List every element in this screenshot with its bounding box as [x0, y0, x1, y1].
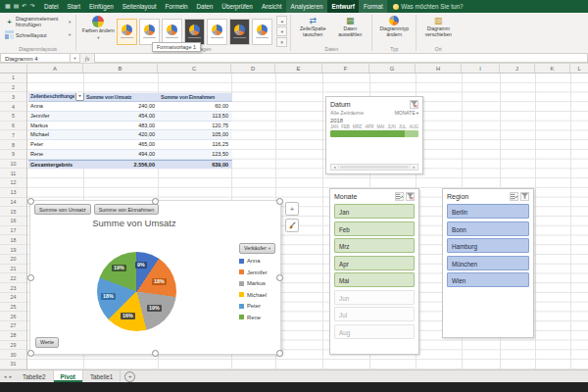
slicer-monate[interactable]: Monate Jan Feb Mrz Apr Mai Jun Jul Aug	[329, 188, 419, 355]
pivot-chart[interactable]: Summe von Umsatz Summe von Einnahmen Sum…	[29, 200, 281, 355]
timeline-month[interactable]: AUG	[410, 124, 418, 129]
clear-filter-icon[interactable]	[410, 100, 418, 109]
legend-item[interactable]: Peter	[239, 303, 280, 309]
col-header-L[interactable]: L	[570, 64, 588, 73]
row-header[interactable]: 26	[0, 312, 26, 321]
row-header[interactable]: 4	[0, 102, 26, 112]
col-header-G[interactable]: G	[369, 64, 416, 73]
row-header[interactable]: 8	[0, 140, 26, 150]
legend-item[interactable]: Rene	[239, 315, 280, 320]
col-header-B[interactable]: B	[83, 64, 158, 73]
col-header-K[interactable]: K	[535, 64, 570, 73]
ribbon-tab-start[interactable]: Start	[63, 0, 84, 13]
ribbon-tab-analysieren[interactable]: Analysieren	[286, 0, 327, 13]
pivot-cell[interactable]: Rene	[28, 150, 84, 159]
chart-elements-plus-icon[interactable]: +	[285, 202, 299, 216]
timeline-month[interactable]: JAN	[330, 124, 338, 129]
pivot-cell[interactable]: 116,25	[159, 140, 232, 149]
pivot-cell[interactable]: 105,00	[159, 130, 232, 139]
clear-filter-icon[interactable]	[520, 192, 529, 201]
timeline-month[interactable]: MAI	[376, 124, 384, 129]
ribbon-tab-einfuegen[interactable]: Einfügen	[84, 0, 118, 13]
multi-select-icon[interactable]	[510, 192, 518, 201]
undo-icon[interactable]: ↶	[22, 0, 26, 13]
legend-item[interactable]: Markus	[239, 280, 280, 286]
sheet-nav-right-icon[interactable]: ▸	[10, 373, 13, 379]
swap-row-column-button[interactable]: ⇄ Zeile/Spalte tauschen	[294, 15, 331, 38]
row-header[interactable]: 9	[0, 150, 26, 160]
name-box-dropdown-icon[interactable]: ▾	[71, 53, 80, 63]
clear-filter-icon[interactable]	[406, 192, 415, 201]
gallery-up-icon[interactable]: ▴	[276, 16, 287, 25]
fx-icon[interactable]: fx	[80, 53, 94, 63]
timeline-month[interactable]: FEB	[341, 124, 349, 129]
scroll-right-icon[interactable]: ▸	[410, 165, 417, 170]
row-header[interactable]: 27	[0, 321, 26, 331]
selection-handle[interactable]	[276, 274, 283, 281]
quick-layout-button[interactable]: Schnelllayout ▾	[3, 29, 73, 40]
chart-style-7[interactable]	[252, 19, 272, 45]
timeline-month[interactable]: MRZ	[353, 124, 362, 129]
slicer-item-muenchen[interactable]: München	[447, 256, 529, 270]
select-all-corner[interactable]	[0, 64, 27, 73]
col-header-H[interactable]: H	[416, 64, 462, 73]
row-header[interactable]: 5	[0, 112, 26, 122]
selection-handle[interactable]	[276, 198, 283, 205]
col-header-D[interactable]: D	[231, 64, 275, 73]
chart-style-6[interactable]	[229, 19, 250, 45]
legend-item[interactable]: Anna	[239, 258, 280, 264]
change-colors-button[interactable]: Farben ändern ▾	[79, 15, 117, 41]
add-chart-element-button[interactable]: + Diagrammelement hinzufügen ▾	[3, 15, 73, 28]
add-sheet-icon[interactable]: +	[124, 371, 135, 382]
selection-handle[interactable]	[27, 350, 34, 357]
row-header[interactable]: 15	[0, 207, 26, 217]
row-header[interactable]: 16	[0, 217, 26, 226]
pivot-cell[interactable]: 113,50	[159, 112, 232, 121]
ribbon-tab-format[interactable]: Format	[359, 0, 387, 13]
row-header[interactable]: 7	[0, 130, 26, 140]
row-header[interactable]: 6	[0, 122, 26, 131]
slicer-region[interactable]: Region Berlin Bonn Hamburg München Wien	[442, 188, 534, 338]
ribbon-tab-ansicht[interactable]: Ansicht	[257, 0, 286, 13]
pivot-cell[interactable]: 240,00	[84, 102, 159, 111]
pivot-cell[interactable]: 120,75	[159, 122, 232, 130]
ribbon-tab-entwurf[interactable]: Entwurf	[327, 0, 359, 13]
slicer-item-jan[interactable]: Jan	[334, 204, 415, 219]
pivot-cell[interactable]: 123,50	[159, 150, 232, 159]
formula-input[interactable]	[94, 53, 588, 63]
pivot-cell-total-umsatz[interactable]: 2.556,00	[84, 161, 159, 170]
change-chart-type-button[interactable]: Diagrammtyp ändern	[375, 15, 413, 38]
save-icon[interactable]: ▤	[14, 0, 20, 13]
row-header[interactable]: 12	[0, 178, 26, 188]
pivot-cell-header-einnahmen[interactable]: Summe von Einnahmen	[159, 93, 232, 102]
row-header[interactable]: 30	[0, 350, 26, 360]
pivot-cell[interactable]: 494,00	[84, 150, 159, 159]
row-header[interactable]: 17	[0, 226, 26, 236]
tell-me-box[interactable]: Was möchten Sie tun?	[387, 3, 468, 10]
pivot-cell[interactable]: 454,00	[84, 112, 159, 121]
sheet-nav-left-icon[interactable]: ◂	[4, 373, 7, 379]
row-header[interactable]: 2	[0, 83, 26, 93]
filter-dropdown-icon[interactable]: ▾	[75, 93, 84, 102]
ribbon-tab-seitenlayout[interactable]: Seitenlayout	[118, 0, 161, 13]
scroll-left-icon[interactable]: ◂	[331, 165, 339, 170]
axis-field-button[interactable]: Werte	[35, 337, 59, 348]
pivot-cell[interactable]: Michael	[28, 130, 84, 139]
timeline-month[interactable]: JUN	[387, 124, 395, 129]
slicer-item-feb[interactable]: Feb	[334, 221, 415, 236]
select-data-button[interactable]: ▦ Daten auswählen	[331, 15, 368, 38]
timeline-month[interactable]: APR	[365, 124, 373, 129]
legend-item[interactable]: Michael	[239, 292, 280, 298]
row-header[interactable]: 23	[0, 283, 26, 293]
selection-handle[interactable]	[276, 350, 283, 357]
chart-style-5[interactable]	[207, 19, 227, 45]
chart-style-2[interactable]	[139, 19, 160, 45]
pivot-cell[interactable]: Anna	[28, 102, 84, 111]
ribbon-tab-ueberpruefen[interactable]: Überprüfen	[218, 0, 258, 13]
legend-item[interactable]: Jennifer	[239, 270, 280, 275]
ribbon-tab-formeln[interactable]: Formeln	[161, 0, 192, 13]
row-header[interactable]: 25	[0, 303, 26, 313]
pivot-cell-total-einnahmen[interactable]: 639,00	[159, 161, 232, 170]
timeline-selection-bar[interactable]	[330, 130, 418, 137]
name-box[interactable]: Diagramm 4	[0, 53, 71, 63]
